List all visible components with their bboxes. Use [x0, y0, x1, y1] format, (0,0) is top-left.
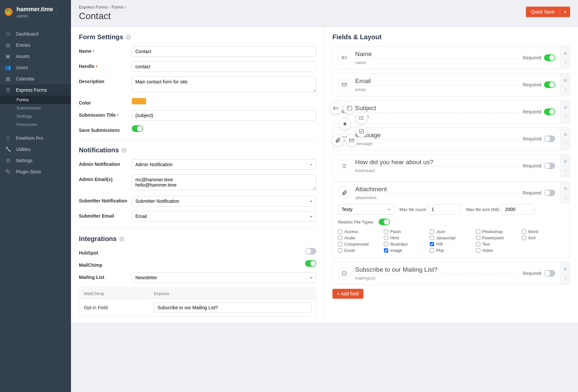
submitter-notification-select[interactable]: Submitter Notification — [132, 196, 316, 206]
sidebar-item-utilities[interactable]: 🔧Utilities — [0, 144, 71, 155]
required-toggle[interactable] — [544, 81, 555, 88]
hubspot-toggle[interactable] — [305, 248, 316, 255]
delete-field-icon[interactable]: ✖ — [563, 105, 567, 110]
users-icon: 👥 — [5, 65, 11, 71]
sidebar-item-express-forms[interactable]: ☰Express Forms — [0, 84, 71, 96]
drag-handle-icon[interactable]: ⁞⁞ — [565, 196, 566, 200]
mailing-list-select[interactable]: Newsletter — [132, 272, 316, 283]
restrict-types-toggle[interactable] — [379, 219, 390, 225]
delete-field-icon[interactable]: ✖ — [563, 159, 567, 164]
filetype-option[interactable]: Illustrator — [384, 242, 426, 247]
filetype-option[interactable]: Flash — [384, 229, 426, 234]
sidebar-item-entries[interactable]: ▤Entries — [0, 40, 71, 51]
filetype-option[interactable]: Xml — [522, 235, 564, 240]
sidebar-sub-submissions[interactable]: Submissions — [0, 104, 71, 112]
filetype-option[interactable]: Javascript — [430, 235, 472, 240]
drag-handle-icon[interactable]: ⁞⁞ — [565, 60, 566, 65]
required-toggle[interactable] — [544, 190, 555, 196]
label-admin-emails: Admin Email(s) — [79, 174, 132, 182]
fieldtype-file-icon[interactable] — [332, 135, 344, 146]
section-notifications: Notificationsi — [79, 146, 316, 154]
filetype-option[interactable]: Powerpoint — [476, 235, 519, 240]
delete-field-icon[interactable]: ✖ — [563, 78, 567, 83]
delete-field-icon[interactable]: ✖ — [563, 51, 567, 56]
field-name[interactable]: Attachment — [355, 186, 518, 194]
field-name[interactable]: Subscribe to our Mailing List? — [355, 266, 518, 274]
drag-handle-icon[interactable]: ⁞⁞ — [565, 114, 566, 119]
filetype-option[interactable]: Video — [476, 248, 519, 253]
quick-save-button[interactable]: Quick Save — [526, 7, 560, 17]
required-toggle[interactable] — [544, 136, 555, 142]
drag-handle-icon[interactable]: ⁞⁞ — [565, 276, 566, 281]
required-toggle[interactable] — [544, 270, 555, 277]
sidebar-item-plugin-store[interactable]: 🔌Plugin Store — [0, 166, 71, 177]
sidebar-sub-resources[interactable]: Resources — [0, 120, 71, 129]
fieldtype-email-icon[interactable] — [346, 135, 357, 146]
label-name: Name • — [79, 46, 132, 54]
filetype-option[interactable]: Pdf — [430, 242, 472, 247]
crumb-express-forms[interactable]: Express Forms — [79, 5, 108, 10]
drag-handle-icon[interactable]: ⁞⁞ — [565, 87, 566, 92]
submitter-email-select[interactable]: Email — [132, 211, 316, 222]
fieldtype-remove-icon[interactable]: ✖ — [339, 118, 351, 130]
field-name[interactable]: How did you hear about us? — [355, 159, 518, 167]
admin-emails-textarea[interactable]: mc@hammer.time hello@hammer.time — [132, 174, 316, 190]
fieldtype-textarea-icon[interactable] — [344, 102, 356, 114]
filetype-option[interactable]: Html — [384, 235, 426, 240]
filetype-option[interactable]: Json — [430, 229, 472, 234]
filetype-option[interactable]: Word — [522, 229, 564, 234]
field-handle: mailingList — [355, 276, 518, 281]
fieldtype-text-icon[interactable] — [330, 102, 342, 114]
mailchimp-toggle[interactable] — [305, 260, 316, 267]
fieldtype-checkbox-icon[interactable] — [356, 125, 367, 137]
filetype-option[interactable]: Excel — [338, 248, 381, 253]
handle-input[interactable] — [132, 61, 316, 72]
submission-title-input[interactable] — [132, 110, 316, 121]
fieldtype-options-icon[interactable] — [356, 112, 367, 124]
color-swatch[interactable] — [132, 98, 146, 105]
filetype-option[interactable]: Php — [430, 248, 472, 253]
field-name[interactable]: Email — [355, 77, 518, 86]
attachment-source-select[interactable]: Testy — [338, 204, 394, 215]
delete-field-icon[interactable]: ✖ — [563, 266, 567, 272]
name-input[interactable] — [132, 46, 316, 57]
sidebar-item-calendar[interactable]: ▦Calendar — [0, 73, 71, 84]
filetype-option[interactable]: Photoshop — [476, 229, 519, 234]
filetype-option[interactable]: Text — [476, 242, 519, 247]
mapping-select[interactable]: Subscribe to our Mailing List? — [154, 302, 311, 313]
max-count-input[interactable] — [428, 204, 461, 215]
site-switcher[interactable]: hammer.time ⌄ — [17, 6, 68, 13]
crumb-forms[interactable]: Forms — [112, 5, 124, 10]
required-toggle[interactable] — [544, 108, 555, 115]
description-textarea[interactable]: Main contact form for site. — [132, 76, 316, 92]
delete-field-icon[interactable]: ✖ — [563, 186, 567, 191]
drag-handle-icon[interactable]: ⁞⁞ — [565, 168, 566, 173]
drag-handle-icon[interactable]: ⁞⁞ — [565, 141, 566, 146]
admin-notification-select[interactable]: Admin Notification — [132, 159, 316, 170]
save-submissions-toggle[interactable] — [132, 125, 143, 132]
required-toggle[interactable] — [544, 54, 555, 61]
field-name[interactable]: Message — [355, 132, 518, 140]
sidebar-item-settings[interactable]: ⚙Settings — [0, 155, 71, 166]
delete-field-icon[interactable]: ✖ — [563, 132, 567, 137]
sidebar-sub-settings[interactable]: Settings — [0, 112, 71, 120]
filetype-option[interactable]: Compressed — [338, 242, 381, 247]
sidebar-item-users[interactable]: 👥Users — [0, 62, 71, 73]
filetype-option[interactable]: Image — [384, 248, 426, 253]
field-name[interactable]: Subject — [355, 105, 518, 113]
filetype-option[interactable]: Audio — [338, 235, 381, 240]
sidebar-item-assets[interactable]: ▣Assets — [0, 51, 71, 62]
info-icon[interactable]: i — [119, 236, 124, 242]
info-icon[interactable]: i — [126, 35, 131, 40]
max-size-input[interactable] — [501, 204, 534, 215]
field-name[interactable]: Name — [355, 50, 518, 59]
filetype-option[interactable]: Access — [338, 229, 381, 234]
sidebar-item-freeform[interactable]: ▯Freeform Pro — [0, 133, 71, 144]
sidebar-item-dashboard[interactable]: ◷Dashboard — [0, 28, 71, 40]
required-toggle[interactable] — [544, 163, 555, 169]
save-dropdown-button[interactable]: ▼ — [560, 7, 570, 17]
add-field-button[interactable]: + Add field — [332, 289, 363, 299]
table-header: MailChimp — [80, 288, 149, 299]
info-icon[interactable]: i — [121, 148, 127, 153]
sidebar-sub-forms[interactable]: Forms — [0, 96, 71, 104]
